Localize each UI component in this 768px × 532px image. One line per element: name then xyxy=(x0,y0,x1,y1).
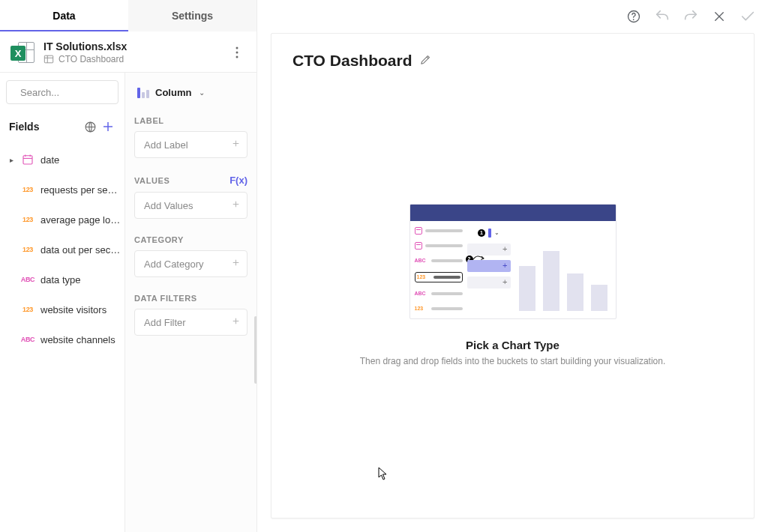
plus-icon xyxy=(231,199,241,211)
column-chart-icon xyxy=(137,86,149,98)
dropzone-placeholder: Add Category xyxy=(144,259,204,270)
data-source-menu-button[interactable] xyxy=(228,43,246,61)
tab-settings-label: Settings xyxy=(172,10,213,22)
pencil-icon xyxy=(419,53,432,66)
plus-icon xyxy=(101,120,115,133)
field-label: website channels xyxy=(40,334,122,345)
field-label: website visitors xyxy=(40,304,122,315)
bucket-category-dropzone[interactable]: Add Category xyxy=(134,250,248,277)
more-vertical-icon xyxy=(236,46,238,58)
fields-list: ▸ date 123 requests per se… 123 xyxy=(0,145,124,532)
tab-bar: Data Settings xyxy=(0,0,256,31)
number-type-icon: 123 xyxy=(20,186,36,193)
instruction-subtitle: Then drag and drop fields into the bucke… xyxy=(360,356,666,366)
close-icon xyxy=(712,10,726,23)
field-label: average page lo… xyxy=(40,214,122,226)
bucket-filters-dropzone[interactable]: Add Filter xyxy=(134,309,248,336)
field-date[interactable]: ▸ date xyxy=(0,145,124,175)
bucket-label-title: LABEL xyxy=(134,116,164,125)
dropzone-placeholder: Add Filter xyxy=(144,317,186,328)
field-data-out-per-sec[interactable]: 123 data out per sec… xyxy=(0,235,124,265)
tab-active-indicator xyxy=(0,30,128,31)
field-average-page-load[interactable]: 123 average page lo… xyxy=(0,205,124,235)
undo-button[interactable] xyxy=(652,7,672,26)
scrollbar-handle[interactable] xyxy=(254,316,256,384)
field-label: data out per sec… xyxy=(40,244,122,256)
bucket-label-dropzone[interactable]: Add Label xyxy=(134,131,248,158)
fx-button[interactable]: F(x) xyxy=(230,175,248,186)
tab-settings[interactable]: Settings xyxy=(128,0,256,31)
bucket-values: VALUES F(x) Add Values xyxy=(125,170,256,220)
globe-icon xyxy=(84,121,97,133)
chevron-right-icon[interactable]: ▸ xyxy=(8,156,15,164)
instruction-title: Pick a Chart Type xyxy=(466,339,560,351)
main-area: CTO Dashboard ABC xyxy=(257,0,768,532)
date-type-icon xyxy=(20,154,36,166)
bucket-values-title: VALUES xyxy=(134,176,170,185)
top-toolbar xyxy=(257,0,768,33)
fields-column: Fields ▸ date xyxy=(0,73,125,532)
number-type-icon: 123 xyxy=(20,306,36,313)
redo-icon xyxy=(682,8,699,25)
bucket-values-dropzone[interactable]: Add Values xyxy=(134,192,248,219)
plus-icon xyxy=(231,139,241,151)
chart-type-selector[interactable]: Column ⌄ xyxy=(133,80,249,104)
left-panel: Data Settings X IT Solutions.xlsx CTO Da… xyxy=(0,0,257,532)
svg-point-5 xyxy=(236,56,238,58)
illustration-chart-icon xyxy=(511,221,616,318)
empty-state: ABC 123 ABC 123 1 ⌄ xyxy=(292,70,733,500)
field-data-type[interactable]: ABC data type xyxy=(0,265,124,294)
manage-fields-button[interactable] xyxy=(81,118,99,136)
svg-point-3 xyxy=(236,47,238,49)
excel-icon: X xyxy=(10,40,34,64)
field-website-channels[interactable]: ABC website channels xyxy=(0,324,124,354)
dropzone-placeholder: Add Values xyxy=(144,200,194,211)
close-button[interactable] xyxy=(710,7,729,26)
svg-line-27 xyxy=(427,56,428,58)
dashboard-title: CTO Dashboard xyxy=(292,52,412,70)
svg-point-24 xyxy=(633,19,634,20)
chevron-down-icon: ⌄ xyxy=(199,88,205,97)
text-type-icon: ABC xyxy=(20,336,36,343)
bucket-filters: DATA FILTERS Add Filter xyxy=(125,289,256,337)
fields-header-title: Fields xyxy=(9,121,81,133)
plus-icon xyxy=(231,316,241,328)
edit-title-button[interactable] xyxy=(419,53,432,69)
help-button[interactable] xyxy=(624,7,644,26)
bucket-filters-title: DATA FILTERS xyxy=(134,294,197,303)
svg-rect-11 xyxy=(23,156,32,164)
data-source-row: X IT Solutions.xlsx CTO Dashboard xyxy=(0,31,256,72)
number-type-icon: 123 xyxy=(20,216,36,223)
number-type-icon: 123 xyxy=(20,246,36,253)
chart-type-label: Column xyxy=(155,87,191,98)
illustration: ABC 123 ABC 123 1 ⌄ xyxy=(410,204,616,319)
confirm-button[interactable] xyxy=(738,7,758,26)
svg-point-4 xyxy=(236,52,238,54)
dashboard-canvas: CTO Dashboard ABC xyxy=(271,33,754,519)
tab-data-label: Data xyxy=(52,10,75,22)
field-website-visitors[interactable]: 123 website visitors xyxy=(0,294,124,324)
left-columns: Fields ▸ date xyxy=(0,72,256,532)
check-icon xyxy=(740,8,756,25)
plus-icon xyxy=(231,258,241,270)
help-icon xyxy=(626,9,641,24)
svg-rect-0 xyxy=(44,55,52,63)
add-field-button[interactable] xyxy=(99,118,117,136)
bucket-category-title: CATEGORY xyxy=(134,235,184,244)
field-label: data type xyxy=(40,274,122,285)
tab-data[interactable]: Data xyxy=(0,0,128,31)
text-type-icon: ABC xyxy=(20,276,36,283)
bucket-label: LABEL Add Label xyxy=(125,112,256,160)
field-requests-per-sec[interactable]: 123 requests per se… xyxy=(0,175,124,205)
buckets-column: Column ⌄ LABEL Add Label xyxy=(125,73,256,532)
table-icon xyxy=(44,54,54,64)
dropzone-placeholder: Add Label xyxy=(144,139,188,151)
undo-icon xyxy=(654,8,670,25)
redo-button[interactable] xyxy=(681,7,700,26)
field-label: requests per se… xyxy=(40,184,122,196)
mouse-cursor-icon xyxy=(378,467,388,480)
data-source-sheet: CTO Dashboard xyxy=(58,54,124,64)
bucket-category: CATEGORY Add Category xyxy=(125,231,256,279)
data-source-filename: IT Solutions.xlsx xyxy=(44,40,228,52)
search-input-wrapper[interactable] xyxy=(6,80,118,104)
